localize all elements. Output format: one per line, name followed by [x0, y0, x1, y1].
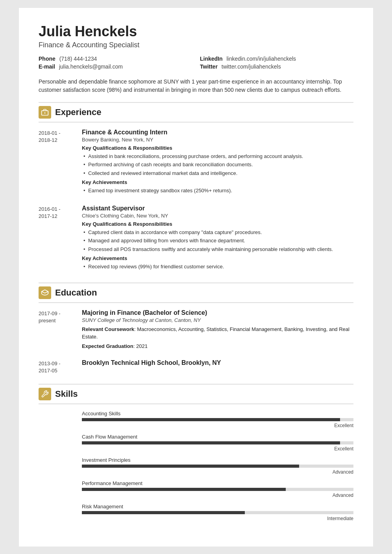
skill-bar-container-3 — [82, 488, 353, 491]
skill-bar-container-4 — [82, 511, 353, 514]
linkedin-label: LinkedIn — [200, 56, 223, 62]
skill-row-1: Cash Flow ManagementExcellent — [82, 434, 353, 452]
education-entry-1: 2013-09 -2017-05 Brooklyn Technical High… — [39, 359, 353, 374]
experience-header: Experience — [39, 102, 353, 123]
exp-0-ach-heading: Key Achievements — [82, 179, 353, 185]
exp-0-qual-1: Performed archiving of cash receipts and… — [82, 161, 353, 169]
exp-0-qual-heading: Key Qualifications & Responsibilities — [82, 145, 353, 151]
experience-icon — [39, 106, 51, 119]
phone-label: Phone — [39, 56, 55, 62]
edu-1-title: Brooklyn Technical High School, Brooklyn… — [82, 359, 353, 366]
experience-entry-1: 2016-01 -2017-12 Assistant Supervisor Ch… — [39, 205, 353, 273]
skill-row-2: Investment PrinciplesAdvanced — [82, 457, 353, 475]
skill-row-3: Performance ManagementAdvanced — [82, 480, 353, 498]
contact-phone: Phone (718) 444-1234 — [39, 56, 192, 62]
skills-list: Accounting SkillsExcellentCash Flow Mana… — [39, 411, 353, 521]
skills-header: Skills — [39, 384, 353, 404]
email-value: julia.henckels@gmail.com — [59, 63, 123, 70]
education-entry-0: 2017-09 -present Majoring in Finance (Ba… — [39, 309, 353, 352]
skill-name-0: Accounting Skills — [82, 411, 353, 416]
exp-0-title: Finance & Accounting Intern — [82, 129, 353, 136]
exp-1-title: Assistant Supervisor — [82, 205, 353, 212]
exp-1-ach-0: Received top reviews (99%) for friendlie… — [82, 263, 353, 271]
skill-name-4: Risk Management — [82, 504, 353, 509]
skill-level-2: Advanced — [82, 469, 353, 475]
skill-level-3: Advanced — [82, 493, 353, 498]
exp-0-qual-2: Collected and reviewed international mar… — [82, 169, 353, 177]
exp-0-date: 2018-01 -2018-12 — [39, 129, 74, 197]
edu-1-content: Brooklyn Technical High School, Brooklyn… — [82, 359, 353, 374]
exp-1-content: Assistant Supervisor Chloe's Clothing Ca… — [82, 205, 353, 273]
education-section: Education 2017-09 -present Majoring in F… — [39, 283, 353, 375]
graduation-label: Expected Graduation — [82, 343, 133, 349]
skill-bar-container-2 — [82, 465, 353, 468]
resume-container: Julia Henckels Finance & Accounting Spec… — [19, 8, 373, 547]
contact-grid: Phone (718) 444-1234 LinkedIn linkedin.c… — [39, 56, 353, 70]
edu-1-date: 2013-09 -2017-05 — [39, 359, 74, 374]
education-header: Education — [39, 283, 353, 303]
skill-row-4: Risk ManagementIntermediate — [82, 504, 353, 521]
skill-bar-container-1 — [82, 441, 353, 444]
exp-1-qual-2: Processed all POS transactions swiftly a… — [82, 245, 353, 253]
experience-section: Experience 2018-01 -2018-12 Finance & Ac… — [39, 102, 353, 273]
skills-icon — [39, 388, 51, 400]
experience-entry-0: 2018-01 -2018-12 Finance & Accounting In… — [39, 129, 353, 197]
twitter-value: twitter.com/juliahenckels — [222, 63, 281, 70]
edu-0-content: Majoring in Finance (Bachelor of Science… — [82, 309, 353, 352]
exp-0-subtitle: Bowery Banking, New York, NY — [82, 137, 353, 143]
exp-0-qual-0: Assisted in bank reconciliations, proces… — [82, 152, 353, 160]
skill-bar-fill-1 — [82, 441, 340, 444]
skills-title: Skills — [55, 389, 78, 399]
exp-1-date: 2016-01 -2017-12 — [39, 205, 74, 273]
linkedin-value: linkedin.com/in/juliahenckels — [226, 56, 296, 62]
name: Julia Henckels — [39, 24, 353, 39]
email-label: E-mail — [39, 63, 55, 70]
exp-1-qual-1: Managed and approved billing from vendor… — [82, 237, 353, 245]
summary-text: Personable and dependable finance sophom… — [39, 78, 353, 94]
skill-bar-fill-3 — [82, 488, 286, 491]
contact-twitter: Twitter twitter.com/juliahenckels — [200, 63, 353, 70]
exp-1-subtitle: Chloe's Clothing Cabin, New York, NY — [82, 213, 353, 219]
exp-0-ach-list: Earned top investment strategy sandbox r… — [82, 187, 353, 195]
graduation-value: : 2021 — [133, 343, 148, 349]
skill-level-4: Intermediate — [82, 516, 353, 521]
skill-bar-container-0 — [82, 418, 353, 421]
skill-bar-fill-0 — [82, 418, 340, 421]
skill-name-1: Cash Flow Management — [82, 434, 353, 440]
exp-1-qual-heading: Key Qualifications & Responsibilities — [82, 221, 353, 227]
exp-0-ach-0: Earned top investment strategy sandbox r… — [82, 187, 353, 195]
exp-1-qual-0: Captured client data in accordance with … — [82, 229, 353, 236]
edu-0-subtitle: SUNY College of Technology at Canton, Ca… — [82, 317, 353, 323]
education-title: Education — [55, 288, 97, 298]
skill-level-0: Excellent — [82, 423, 353, 428]
edu-0-graduation: Expected Graduation: 2021 — [82, 342, 353, 350]
skill-name-3: Performance Management — [82, 480, 353, 486]
coursework-label: Relevant Coursework — [82, 326, 134, 332]
skill-bar-fill-2 — [82, 465, 299, 468]
skill-level-1: Excellent — [82, 446, 353, 452]
phone-value: (718) 444-1234 — [59, 56, 97, 62]
experience-title: Experience — [55, 107, 101, 117]
twitter-label: Twitter — [200, 63, 218, 70]
skill-row-0: Accounting SkillsExcellent — [82, 411, 353, 428]
edu-0-coursework: Relevant Coursework: Macroeconomics, Acc… — [82, 325, 353, 341]
exp-1-qual-list: Captured client data in accordance with … — [82, 229, 353, 253]
skills-section: Skills Accounting SkillsExcellentCash Fl… — [39, 384, 353, 521]
skill-bar-fill-4 — [82, 511, 245, 514]
skill-name-2: Investment Principles — [82, 457, 353, 463]
contact-email: E-mail julia.henckels@gmail.com — [39, 63, 192, 70]
edu-0-date: 2017-09 -present — [39, 309, 74, 352]
contact-linkedin: LinkedIn linkedin.com/in/juliahenckels — [200, 56, 353, 62]
exp-1-ach-heading: Key Achievements — [82, 255, 353, 261]
exp-0-content: Finance & Accounting Intern Bowery Banki… — [82, 129, 353, 197]
education-icon — [39, 286, 51, 299]
exp-1-ach-list: Received top reviews (99%) for friendlie… — [82, 263, 353, 271]
job-title: Finance & Accounting Specialist — [39, 41, 353, 49]
edu-0-title: Majoring in Finance (Bachelor of Science… — [82, 309, 353, 316]
exp-0-qual-list: Assisted in bank reconciliations, proces… — [82, 152, 353, 177]
